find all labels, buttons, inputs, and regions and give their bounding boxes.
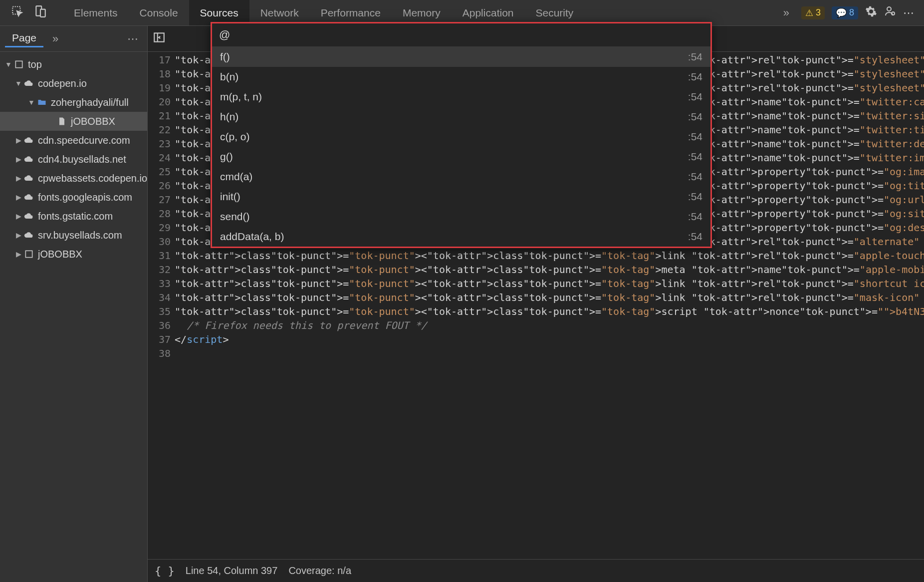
- tree-item-label: codepen.io: [38, 78, 87, 89]
- account-icon[interactable]: [884, 5, 896, 20]
- sidebar-tabs: Page » ⋯: [0, 26, 147, 52]
- tree-arrow-icon: ▶: [14, 250, 23, 258]
- tree-item[interactable]: jOBOBBX: [0, 112, 147, 131]
- symbol-line: :54: [688, 211, 702, 223]
- warn-count: 3: [816, 7, 821, 18]
- folder-icon: [36, 97, 48, 107]
- symbol-result[interactable]: addData(a, b):54: [212, 227, 710, 247]
- symbol-label: send(): [220, 211, 250, 223]
- symbol-label: h(n): [220, 111, 238, 123]
- svg-rect-5: [15, 61, 22, 67]
- top-left-controls: [5, 5, 53, 20]
- svg-rect-6: [25, 251, 32, 257]
- symbol-result[interactable]: h(n):54: [212, 107, 710, 127]
- frame-icon: [13, 59, 25, 69]
- tree-item[interactable]: ▶cdn4.buysellads.net: [0, 150, 147, 169]
- pretty-print-icon[interactable]: { }: [155, 565, 175, 577]
- tree-arrow-icon: ▶: [14, 155, 23, 163]
- file-tree: ▼top▼codepen.io▼zoherghadyali/fulljOBOBB…: [0, 52, 147, 267]
- messages-badge[interactable]: 💬 8: [832, 6, 858, 19]
- symbol-result[interactable]: f():54: [212, 47, 710, 67]
- warnings-badge[interactable]: ⚠ 3: [801, 6, 825, 19]
- symbol-result[interactable]: c(p, o):54: [212, 127, 710, 147]
- tree-item[interactable]: ▶cdn.speedcurve.com: [0, 131, 147, 150]
- sidebar-more-icon[interactable]: ⋯: [127, 32, 138, 45]
- tree-item[interactable]: ▶jOBOBBX: [0, 245, 147, 264]
- main-tab-console[interactable]: Console: [129, 0, 189, 25]
- page-tab[interactable]: Page: [5, 30, 43, 47]
- tree-item-label: fonts.googleapis.com: [38, 192, 132, 203]
- top-right-controls: ⚠ 3 💬 8 ⋯: [796, 5, 919, 20]
- tree-item[interactable]: ▼codepen.io: [0, 74, 147, 93]
- message-icon: 💬: [836, 7, 847, 18]
- symbol-line: :54: [688, 171, 702, 183]
- tree-item-label: zoherghadyali/full: [51, 97, 129, 108]
- inspect-icon[interactable]: [11, 5, 24, 20]
- symbol-result[interactable]: b(n):54: [212, 67, 710, 87]
- tree-item[interactable]: ▼top: [0, 55, 147, 74]
- tree-item[interactable]: ▶cpwebassets.codepen.io: [0, 169, 147, 188]
- symbol-label: cmd(a): [220, 171, 252, 183]
- symbol-line: :54: [688, 191, 702, 203]
- tree-arrow-icon: ▶: [14, 212, 23, 220]
- tree-arrow-icon: ▶: [14, 231, 23, 239]
- info-count: 8: [849, 7, 854, 18]
- symbol-line: :54: [688, 71, 702, 83]
- file-icon: [56, 116, 68, 126]
- editor-status-bar: { } Line 54, Column 397 Coverage: n/a: [148, 559, 924, 582]
- tree-arrow-icon: ▼: [14, 79, 23, 87]
- tree-item-label: top: [28, 59, 42, 70]
- symbol-label: addData(a, b): [220, 231, 284, 243]
- tree-arrow-icon: ▼: [4, 60, 13, 68]
- symbol-line: :54: [688, 111, 702, 123]
- tree-arrow-icon: ▶: [14, 193, 23, 201]
- sources-sidebar: Page » ⋯ ▼top▼codepen.io▼zoherghadyali/f…: [0, 26, 148, 582]
- tree-item[interactable]: ▶fonts.googleapis.com: [0, 188, 147, 207]
- symbol-label: f(): [220, 51, 230, 63]
- tree-item-label: jOBOBBX: [71, 116, 115, 127]
- svg-point-3: [887, 7, 891, 11]
- symbol-result[interactable]: cmd(a):54: [212, 167, 710, 187]
- symbol-result[interactable]: send():54: [212, 207, 710, 227]
- symbol-result[interactable]: m(p, t, n):54: [212, 87, 710, 107]
- tree-item-label: fonts.gstatic.com: [38, 211, 113, 222]
- symbol-result[interactable]: init():54: [212, 187, 710, 207]
- symbol-line: :54: [688, 131, 702, 143]
- symbol-label: c(p, o): [220, 131, 250, 143]
- symbol-label: init(): [220, 191, 240, 203]
- toggle-navigator-icon[interactable]: [153, 31, 166, 46]
- coverage-status: Coverage: n/a: [288, 565, 351, 577]
- symbol-line: :54: [688, 91, 702, 103]
- goto-symbol-input[interactable]: @: [212, 23, 710, 47]
- device-toggle-icon[interactable]: [34, 5, 47, 20]
- goto-symbol-popup: @ f():54b(n):54m(p, t, n):54h(n):54c(p, …: [211, 22, 712, 248]
- symbol-label: b(n): [220, 71, 238, 83]
- tree-item-label: jOBOBBX: [38, 249, 82, 260]
- cloud-icon: [23, 230, 35, 240]
- tabs-overflow-icon[interactable]: »: [776, 6, 796, 19]
- svg-point-4: [892, 12, 895, 15]
- cloud-icon: [23, 154, 35, 164]
- cloud-icon: [23, 135, 35, 145]
- warn-icon: ⚠: [805, 7, 813, 18]
- cloud-icon: [23, 211, 35, 221]
- symbol-result[interactable]: g():54: [212, 147, 710, 167]
- more-icon[interactable]: ⋯: [903, 6, 914, 19]
- tree-item[interactable]: ▶srv.buysellads.com: [0, 226, 147, 245]
- tree-item-label: srv.buysellads.com: [38, 230, 122, 241]
- settings-icon[interactable]: [865, 5, 877, 20]
- cloud-icon: [23, 173, 35, 183]
- tree-item[interactable]: ▼zoherghadyali/full: [0, 93, 147, 112]
- symbol-label: g(): [220, 151, 233, 163]
- tree-item-label: cdn4.buysellads.net: [38, 154, 126, 165]
- tree-arrow-icon: ▼: [27, 98, 36, 106]
- tree-item[interactable]: ▶fonts.gstatic.com: [0, 207, 147, 226]
- tree-item-label: cdn.speedcurve.com: [38, 135, 130, 146]
- cloud-icon: [23, 78, 35, 88]
- sidebar-tabs-overflow-icon[interactable]: »: [52, 32, 58, 45]
- main-tab-elements[interactable]: Elements: [63, 0, 129, 25]
- goto-symbol-results: f():54b(n):54m(p, t, n):54h(n):54c(p, o)…: [212, 47, 710, 247]
- cloud-icon: [23, 192, 35, 202]
- line-gutter: 1718192021222324252627282930313233343536…: [148, 52, 175, 559]
- symbol-label: m(p, t, n): [220, 91, 262, 103]
